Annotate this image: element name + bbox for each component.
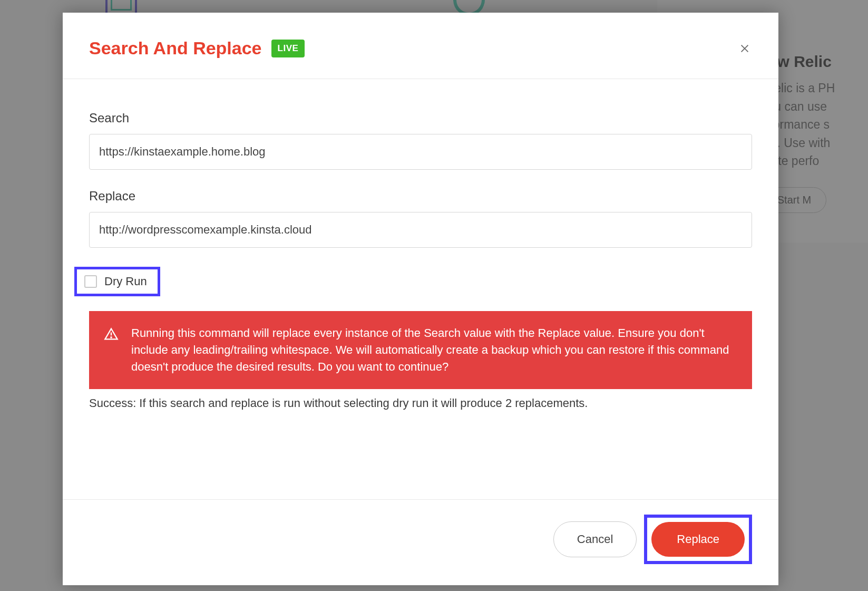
close-icon[interactable] <box>737 41 752 56</box>
search-input[interactable] <box>89 134 752 170</box>
warning-banner: Running this command will replace every … <box>89 311 752 389</box>
dry-run-checkbox[interactable] <box>84 275 97 288</box>
warning-text: Running this command will replace every … <box>131 325 736 375</box>
search-field-group: Search <box>89 111 752 170</box>
modal-body: Search Replace Dry Run Running this comm… <box>63 79 778 499</box>
replace-button-highlight: Replace <box>644 515 752 564</box>
success-message: Success: If this search and replace is r… <box>89 396 752 410</box>
dry-run-label: Dry Run <box>104 275 147 288</box>
replace-input[interactable] <box>89 212 752 248</box>
replace-button[interactable]: Replace <box>651 522 745 557</box>
search-replace-modal: Search And Replace LIVE Search Replace D… <box>63 13 778 585</box>
replace-field-group: Replace <box>89 189 752 248</box>
warning-triangle-icon <box>104 327 119 342</box>
modal-title: Search And Replace <box>89 38 262 59</box>
svg-point-3 <box>111 337 111 337</box>
live-badge: LIVE <box>271 40 305 57</box>
search-label: Search <box>89 111 752 125</box>
replace-label: Replace <box>89 189 752 204</box>
dry-run-option[interactable]: Dry Run <box>74 267 160 296</box>
modal-footer: Cancel Replace <box>63 499 778 585</box>
cancel-button[interactable]: Cancel <box>553 521 637 557</box>
modal-header: Search And Replace LIVE <box>63 13 778 79</box>
